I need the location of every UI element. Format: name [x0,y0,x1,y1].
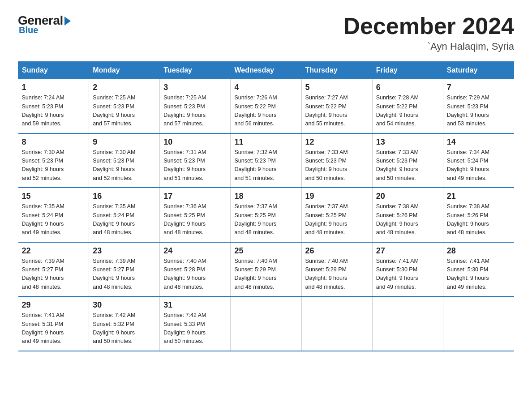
calendar-cell: 12 Sunrise: 7:33 AM Sunset: 5:23 PM Dayl… [301,133,372,188]
calendar-cell: 30 Sunrise: 7:42 AM Sunset: 5:32 PM Dayl… [89,296,160,351]
calendar-cell: 20 Sunrise: 7:38 AM Sunset: 5:26 PM Dayl… [372,188,443,242]
calendar-cell [301,296,372,351]
day-number: 21 [447,192,511,201]
day-info: Sunrise: 7:35 AM Sunset: 5:24 PM Dayligh… [93,202,156,237]
calendar-cell: 5 Sunrise: 7:27 AM Sunset: 5:22 PM Dayli… [301,79,372,133]
day-info: Sunrise: 7:42 AM Sunset: 5:33 PM Dayligh… [163,311,227,346]
calendar-cell: 15 Sunrise: 7:35 AM Sunset: 5:24 PM Dayl… [18,188,89,242]
calendar-cell [443,296,514,351]
day-info: Sunrise: 7:38 AM Sunset: 5:26 PM Dayligh… [447,202,511,237]
calendar-cell: 14 Sunrise: 7:34 AM Sunset: 5:24 PM Dayl… [443,133,514,188]
calendar-week-row: 22 Sunrise: 7:39 AM Sunset: 5:27 PM Dayl… [18,242,514,297]
calendar-week-row: 1 Sunrise: 7:24 AM Sunset: 5:23 PM Dayli… [18,79,514,133]
calendar-cell: 25 Sunrise: 7:40 AM Sunset: 5:29 PM Dayl… [231,242,301,297]
day-number: 10 [163,137,227,147]
day-info: Sunrise: 7:26 AM Sunset: 5:22 PM Dayligh… [234,94,297,128]
day-number: 5 [305,83,369,92]
day-number: 26 [305,246,369,256]
day-info: Sunrise: 7:41 AM Sunset: 5:30 PM Dayligh… [447,257,511,292]
calendar-cell [372,296,443,351]
day-info: Sunrise: 7:41 AM Sunset: 5:30 PM Dayligh… [376,257,439,292]
day-info: Sunrise: 7:30 AM Sunset: 5:23 PM Dayligh… [22,148,86,183]
day-number: 4 [234,83,297,92]
header-saturday: Saturday [443,62,514,79]
day-number: 17 [163,192,227,201]
header-sunday: Sunday [18,62,89,79]
header-tuesday: Tuesday [160,62,231,79]
day-number: 12 [305,137,369,147]
logo: General Blue [18,13,71,35]
logo-blue-text: Blue [19,25,38,35]
calendar-week-row: 8 Sunrise: 7:30 AM Sunset: 5:23 PM Dayli… [18,133,514,188]
calendar-cell: 16 Sunrise: 7:35 AM Sunset: 5:24 PM Dayl… [89,188,160,242]
day-info: Sunrise: 7:24 AM Sunset: 5:23 PM Dayligh… [22,94,86,128]
calendar-cell: 28 Sunrise: 7:41 AM Sunset: 5:30 PM Dayl… [443,242,514,297]
day-info: Sunrise: 7:30 AM Sunset: 5:23 PM Dayligh… [93,148,156,183]
day-info: Sunrise: 7:38 AM Sunset: 5:26 PM Dayligh… [376,202,439,237]
day-number: 6 [376,83,439,92]
calendar-cell: 2 Sunrise: 7:25 AM Sunset: 5:23 PM Dayli… [89,79,160,133]
day-number: 11 [234,137,297,147]
weekday-header-row: Sunday Monday Tuesday Wednesday Thursday… [18,62,514,79]
day-number: 29 [22,300,86,310]
header-monday: Monday [89,62,160,79]
day-number: 8 [22,137,86,147]
day-info: Sunrise: 7:29 AM Sunset: 5:23 PM Dayligh… [447,94,511,128]
header-friday: Friday [372,62,443,79]
day-info: Sunrise: 7:31 AM Sunset: 5:23 PM Dayligh… [163,148,227,183]
calendar-cell: 8 Sunrise: 7:30 AM Sunset: 5:23 PM Dayli… [18,133,89,188]
day-info: Sunrise: 7:41 AM Sunset: 5:31 PM Dayligh… [22,311,86,346]
calendar-cell: 22 Sunrise: 7:39 AM Sunset: 5:27 PM Dayl… [18,242,89,297]
day-info: Sunrise: 7:28 AM Sunset: 5:22 PM Dayligh… [376,94,439,128]
month-title: December 2024 [343,13,514,39]
day-info: Sunrise: 7:32 AM Sunset: 5:23 PM Dayligh… [234,148,297,183]
day-info: Sunrise: 7:33 AM Sunset: 5:23 PM Dayligh… [305,148,369,183]
calendar-cell [231,296,301,351]
day-number: 30 [93,300,156,310]
day-number: 15 [22,192,86,201]
day-info: Sunrise: 7:34 AM Sunset: 5:24 PM Dayligh… [447,148,511,183]
day-info: Sunrise: 7:35 AM Sunset: 5:24 PM Dayligh… [22,202,86,237]
page-header: General Blue December 2024 `Ayn Halaqim,… [18,13,514,52]
calendar-cell: 29 Sunrise: 7:41 AM Sunset: 5:31 PM Dayl… [18,296,89,351]
day-number: 24 [163,246,227,256]
calendar-cell: 27 Sunrise: 7:41 AM Sunset: 5:30 PM Dayl… [372,242,443,297]
calendar-cell: 1 Sunrise: 7:24 AM Sunset: 5:23 PM Dayli… [18,79,89,133]
calendar-cell: 13 Sunrise: 7:33 AM Sunset: 5:23 PM Dayl… [372,133,443,188]
calendar-cell: 11 Sunrise: 7:32 AM Sunset: 5:23 PM Dayl… [231,133,301,188]
day-info: Sunrise: 7:40 AM Sunset: 5:28 PM Dayligh… [163,257,227,292]
day-number: 7 [447,83,511,92]
day-info: Sunrise: 7:37 AM Sunset: 5:25 PM Dayligh… [234,202,297,237]
calendar-cell: 24 Sunrise: 7:40 AM Sunset: 5:28 PM Dayl… [160,242,231,297]
day-info: Sunrise: 7:40 AM Sunset: 5:29 PM Dayligh… [305,257,369,292]
calendar-cell: 17 Sunrise: 7:36 AM Sunset: 5:25 PM Dayl… [160,188,231,242]
day-info: Sunrise: 7:39 AM Sunset: 5:27 PM Dayligh… [93,257,156,292]
day-number: 23 [93,246,156,256]
day-info: Sunrise: 7:42 AM Sunset: 5:32 PM Dayligh… [93,311,156,346]
day-number: 13 [376,137,439,147]
day-number: 2 [93,83,156,92]
day-number: 28 [447,246,511,256]
day-number: 27 [376,246,439,256]
calendar-week-row: 15 Sunrise: 7:35 AM Sunset: 5:24 PM Dayl… [18,188,514,242]
header-thursday: Thursday [301,62,372,79]
day-info: Sunrise: 7:40 AM Sunset: 5:29 PM Dayligh… [234,257,297,292]
day-info: Sunrise: 7:37 AM Sunset: 5:25 PM Dayligh… [305,202,369,237]
day-number: 9 [93,137,156,147]
day-number: 22 [22,246,86,256]
day-number: 3 [163,83,227,92]
calendar-cell: 23 Sunrise: 7:39 AM Sunset: 5:27 PM Dayl… [89,242,160,297]
logo-triangle-icon [64,17,71,26]
day-info: Sunrise: 7:39 AM Sunset: 5:27 PM Dayligh… [22,257,86,292]
calendar-cell: 31 Sunrise: 7:42 AM Sunset: 5:33 PM Dayl… [160,296,231,351]
day-info: Sunrise: 7:25 AM Sunset: 5:23 PM Dayligh… [163,94,227,128]
calendar-cell: 3 Sunrise: 7:25 AM Sunset: 5:23 PM Dayli… [160,79,231,133]
day-number: 31 [163,300,227,310]
calendar-cell: 10 Sunrise: 7:31 AM Sunset: 5:23 PM Dayl… [160,133,231,188]
calendar-table: Sunday Monday Tuesday Wednesday Thursday… [18,61,514,351]
day-info: Sunrise: 7:33 AM Sunset: 5:23 PM Dayligh… [376,148,439,183]
calendar-cell: 4 Sunrise: 7:26 AM Sunset: 5:22 PM Dayli… [231,79,301,133]
location-title: `Ayn Halaqim, Syria [343,41,514,52]
day-info: Sunrise: 7:36 AM Sunset: 5:25 PM Dayligh… [163,202,227,237]
day-number: 20 [376,192,439,201]
